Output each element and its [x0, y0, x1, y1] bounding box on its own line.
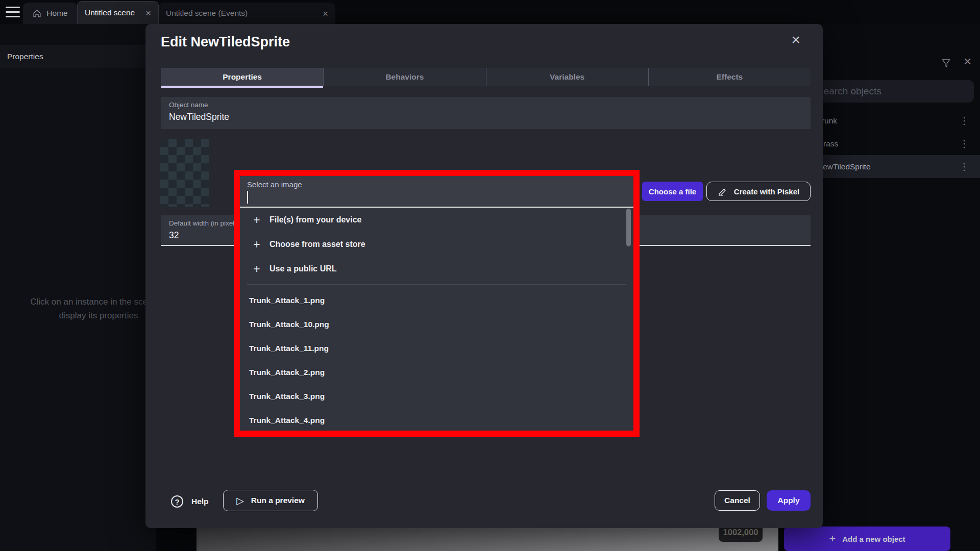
- editor-tab[interactable]: Untitled scene ×: [77, 1, 159, 24]
- plus-icon: +: [829, 532, 836, 545]
- select-image-input[interactable]: Select an image: [240, 176, 633, 208]
- plus-icon: +: [251, 238, 262, 252]
- edit-object-dialog: Edit NewTiledSprite × Properties Behavio…: [145, 24, 823, 528]
- picker-file-item[interactable]: Trunk_Attack_11.png: [240, 336, 633, 360]
- dialog-tab[interactable]: Variables: [486, 68, 648, 86]
- object-list-item[interactable]: Trunk ⋮: [796, 109, 980, 132]
- scrollbar-thumb[interactable]: [626, 209, 631, 246]
- tab-label: Home: [46, 9, 67, 18]
- help-button[interactable]: ? Help: [171, 494, 209, 509]
- gdevelop-app: Home Untitled scene × Untitled scene (Ev…: [0, 0, 980, 551]
- search-objects-input[interactable]: Search objects: [807, 80, 974, 103]
- kebab-menu-icon[interactable]: ⋮: [960, 161, 969, 172]
- sprite-thumbnail-transparent[interactable]: [160, 139, 209, 207]
- highlight-red-box: Select an image + File(s) from your devi…: [234, 170, 640, 437]
- object-list-item[interactable]: NewTiledSprite ⋮: [796, 155, 980, 178]
- create-with-piskel-button[interactable]: Create with Piskel: [706, 182, 811, 201]
- object-name-field[interactable]: Object name NewTiledSprite: [161, 97, 811, 129]
- picker-file-item[interactable]: Trunk_Attack_1.png: [240, 288, 633, 312]
- dialog-tab[interactable]: Behaviors: [323, 68, 485, 86]
- close-icon[interactable]: ×: [141, 8, 151, 18]
- picker-action-item[interactable]: + Use a public URL: [240, 257, 633, 281]
- image-picker-files: Trunk_Attack_1.png Trunk_Attack_10.png T…: [240, 288, 633, 431]
- objects-panel: × Search objects Trunk ⋮ Grass ⋮ NewTile…: [796, 24, 980, 551]
- object-list: Trunk ⋮ Grass ⋮ NewTiledSprite ⋮: [796, 109, 980, 178]
- editor-tab[interactable]: Untitled scene (Events) ×: [159, 3, 335, 24]
- dialog-title: Edit NewTiledSprite: [161, 34, 290, 50]
- filter-icon[interactable]: [941, 58, 951, 69]
- hamburger-menu-icon[interactable]: [6, 7, 20, 17]
- picker-action-item[interactable]: + Choose from asset store: [240, 232, 633, 257]
- object-list-item[interactable]: Grass ⋮: [796, 132, 980, 155]
- add-new-object-button[interactable]: + Add a new object: [784, 527, 950, 551]
- choose-a-file-button[interactable]: Choose a file: [642, 182, 703, 201]
- help-icon: ?: [171, 495, 183, 508]
- object-name-label: Object name: [169, 101, 208, 109]
- pencil-icon: [718, 186, 728, 196]
- tab-label: Untitled scene: [85, 8, 135, 17]
- tab-label: Untitled scene (Events): [166, 9, 248, 18]
- dialog-tabs: Properties Behaviors Variables Effects: [161, 68, 811, 86]
- apply-button[interactable]: Apply: [767, 490, 811, 511]
- dialog-tab[interactable]: Effects: [648, 68, 811, 86]
- picker-action-item[interactable]: + File(s) from your device: [240, 208, 633, 232]
- plus-icon: +: [251, 213, 262, 227]
- image-picker-menu: + File(s) from your device + Choose from…: [240, 208, 633, 431]
- home-icon: [32, 9, 42, 18]
- close-icon[interactable]: ×: [964, 54, 971, 69]
- editor-tab[interactable]: Home: [23, 3, 77, 24]
- properties-panel-title: Properties: [0, 45, 156, 68]
- editor-tabs: Home Untitled scene × Untitled scene (Ev…: [23, 0, 335, 24]
- object-name-value: NewTiledSprite: [169, 112, 229, 122]
- plus-icon: +: [251, 262, 262, 276]
- default-width-value: 32: [169, 230, 179, 241]
- picker-file-item[interactable]: Trunk_Attack_10.png: [240, 312, 633, 336]
- image-picker-quick-actions: + File(s) from your device + Choose from…: [240, 208, 633, 281]
- menu-divider: [247, 284, 626, 285]
- default-width-label: Default width (in pixels): [169, 219, 240, 227]
- close-icon[interactable]: ×: [318, 9, 328, 18]
- top-bar: Home Untitled scene × Untitled scene (Ev…: [0, 0, 980, 24]
- picker-file-item[interactable]: Trunk_Attack_4.png: [240, 408, 633, 431]
- dialog-tab[interactable]: Properties: [161, 68, 323, 86]
- close-icon[interactable]: ×: [791, 31, 800, 48]
- select-image-label: Select an image: [247, 180, 302, 189]
- picker-file-item[interactable]: Trunk_Attack_3.png: [240, 384, 633, 408]
- cancel-button[interactable]: Cancel: [715, 490, 760, 511]
- play-icon: ▷: [236, 495, 244, 507]
- text-caret: [247, 191, 248, 204]
- kebab-menu-icon[interactable]: ⋮: [960, 138, 969, 149]
- run-preview-button[interactable]: ▷ Run a preview: [223, 490, 318, 511]
- search-placeholder: Search objects: [817, 80, 881, 103]
- picker-file-item[interactable]: Trunk_Attack_2.png: [240, 360, 633, 384]
- kebab-menu-icon[interactable]: ⋮: [960, 115, 969, 127]
- properties-panel: Properties Click on an instance in the s…: [0, 45, 156, 551]
